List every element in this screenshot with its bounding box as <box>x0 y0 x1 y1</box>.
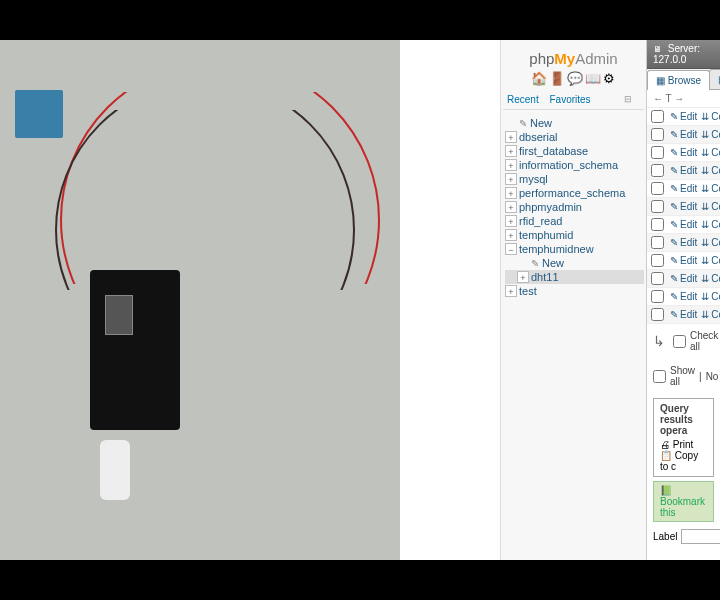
row-checkbox[interactable] <box>651 200 664 213</box>
table-row: ✎Edit⇊Copy <box>647 144 720 162</box>
copy-button[interactable]: ⇊Copy <box>701 255 720 266</box>
result-rows: ✎Edit⇊Copy✎Edit⇊Copy✎Edit⇊Copy✎Edit⇊Copy… <box>647 108 720 324</box>
tree-item-label: performance_schema <box>519 187 625 199</box>
tree-toggle-icon[interactable]: + <box>505 159 517 171</box>
tree-toggle-icon[interactable]: + <box>505 215 517 227</box>
tree-item-new[interactable]: ✎New <box>505 256 644 270</box>
logo: phpMyAdmin <box>503 44 644 69</box>
sql-icon[interactable]: 💬 <box>567 71 585 86</box>
copy-button[interactable]: ⇊Copy <box>701 309 720 320</box>
tree-toggle-icon[interactable]: + <box>505 229 517 241</box>
copy-button[interactable]: ⇊Copy <box>701 201 720 212</box>
tree-new-icon: ✎ <box>531 258 539 269</box>
copy-button[interactable]: ⇊Copy <box>701 111 720 122</box>
tree-item-label: temphumidnew <box>519 243 594 255</box>
edit-button[interactable]: ✎Edit <box>670 111 697 122</box>
rows-selector[interactable]: No <box>706 371 719 382</box>
edit-button[interactable]: ✎Edit <box>670 255 697 266</box>
edit-button[interactable]: ✎Edit <box>670 147 697 158</box>
check-all-label: Check all <box>690 330 718 352</box>
edit-button[interactable]: ✎Edit <box>670 273 697 284</box>
row-checkbox[interactable] <box>651 128 664 141</box>
row-checkbox[interactable] <box>651 290 664 303</box>
home-icon[interactable]: 🏠 <box>531 71 549 86</box>
table-row: ✎Edit⇊Copy <box>647 180 720 198</box>
check-all-checkbox[interactable] <box>673 335 686 348</box>
edit-button[interactable]: ✎Edit <box>670 309 697 320</box>
docs-icon[interactable]: 📖 <box>585 71 603 86</box>
tree-toggle-icon[interactable]: + <box>517 271 529 283</box>
bookmark-bar[interactable]: 📗 Bookmark this <box>653 481 714 522</box>
tree-item-label: dbserial <box>519 131 558 143</box>
copy-icon: ⇊ <box>701 273 709 284</box>
copy-button[interactable]: ⇊Copy <box>701 291 720 302</box>
row-checkbox[interactable] <box>651 254 664 267</box>
show-all-checkbox[interactable] <box>653 370 666 383</box>
edit-button[interactable]: ✎Edit <box>670 183 697 194</box>
tree-item-temphumid[interactable]: +temphumid <box>505 228 644 242</box>
tree-toggle-icon[interactable]: + <box>505 201 517 213</box>
edit-button[interactable]: ✎Edit <box>670 129 697 140</box>
tree-item-label: rfid_read <box>519 215 562 227</box>
row-checkbox[interactable] <box>651 218 664 231</box>
sort-toolbar[interactable]: ← T → <box>647 90 720 108</box>
tree-item-label: phpmyadmin <box>519 201 582 213</box>
print-button[interactable]: 🖨 Print <box>660 439 693 450</box>
tree-item-phpmyadmin[interactable]: +phpmyadmin <box>505 200 644 214</box>
tab-browse[interactable]: ▦ Browse <box>647 70 710 90</box>
copy-button[interactable]: ⇊Copy <box>701 147 720 158</box>
tree-item-performance-schema[interactable]: +performance_schema <box>505 186 644 200</box>
query-results-ops: Query results opera 🖨 Print 📋 Copy to c <box>653 398 714 477</box>
row-checkbox[interactable] <box>651 146 664 159</box>
tree-item-temphumidnew[interactable]: −temphumidnew <box>505 242 644 256</box>
copy-to-clipboard-button[interactable]: 📋 Copy to c <box>660 450 698 472</box>
edit-button[interactable]: ✎Edit <box>670 165 697 176</box>
tree-item-new[interactable]: ✎New <box>505 116 644 130</box>
pencil-icon: ✎ <box>670 129 678 140</box>
copy-button[interactable]: ⇊Copy <box>701 165 720 176</box>
tree-item-first-database[interactable]: +first_database <box>505 144 644 158</box>
row-checkbox[interactable] <box>651 182 664 195</box>
settings-icon[interactable]: ⚙ <box>603 71 617 86</box>
copy-button[interactable]: ⇊Copy <box>701 129 720 140</box>
edit-button[interactable]: ✎Edit <box>670 219 697 230</box>
row-checkbox[interactable] <box>651 110 664 123</box>
browse-icon: ▦ <box>656 75 668 86</box>
row-checkbox[interactable] <box>651 164 664 177</box>
collapse-icon[interactable]: ⊟ <box>624 94 632 104</box>
copy-button[interactable]: ⇊Copy <box>701 237 720 248</box>
copy-button[interactable]: ⇊Copy <box>701 183 720 194</box>
bookmark-label-input[interactable] <box>681 529 720 544</box>
tree-item-test[interactable]: +test <box>505 284 644 298</box>
tree-item-mysql[interactable]: +mysql <box>505 172 644 186</box>
tree-toggle-icon[interactable]: + <box>505 173 517 185</box>
logo-php: php <box>529 50 554 67</box>
table-row: ✎Edit⇊Copy <box>647 216 720 234</box>
copy-icon: ⇊ <box>701 165 709 176</box>
recent-tab[interactable]: Recent <box>507 94 539 105</box>
tree-toggle-icon[interactable]: + <box>505 131 517 143</box>
tree-toggle-icon[interactable]: − <box>505 243 517 255</box>
row-checkbox[interactable] <box>651 272 664 285</box>
pencil-icon: ✎ <box>670 273 678 284</box>
copy-button[interactable]: ⇊Copy <box>701 273 720 284</box>
tree-toggle-icon[interactable]: + <box>505 285 517 297</box>
db-tree: ✎New+dbserial+first_database+information… <box>503 114 644 298</box>
logo-my: My <box>554 50 575 67</box>
logout-icon[interactable]: 🚪 <box>549 71 567 86</box>
row-checkbox[interactable] <box>651 308 664 321</box>
edit-button[interactable]: ✎Edit <box>670 237 697 248</box>
favorites-tab[interactable]: Favorites <box>549 94 590 105</box>
nav-quick-icons[interactable]: 🏠🚪💬📖⚙ <box>503 69 644 92</box>
tree-item-dbserial[interactable]: +dbserial <box>505 130 644 144</box>
tree-item-rfid-read[interactable]: +rfid_read <box>505 214 644 228</box>
tree-item-information-schema[interactable]: +information_schema <box>505 158 644 172</box>
edit-button[interactable]: ✎Edit <box>670 201 697 212</box>
copy-button[interactable]: ⇊Copy <box>701 219 720 230</box>
tab-st[interactable]: ▤ St <box>709 69 720 89</box>
tree-item-dht11[interactable]: +dht11 <box>505 270 644 284</box>
tree-toggle-icon[interactable]: + <box>505 187 517 199</box>
tree-toggle-icon[interactable]: + <box>505 145 517 157</box>
row-checkbox[interactable] <box>651 236 664 249</box>
edit-button[interactable]: ✎Edit <box>670 291 697 302</box>
